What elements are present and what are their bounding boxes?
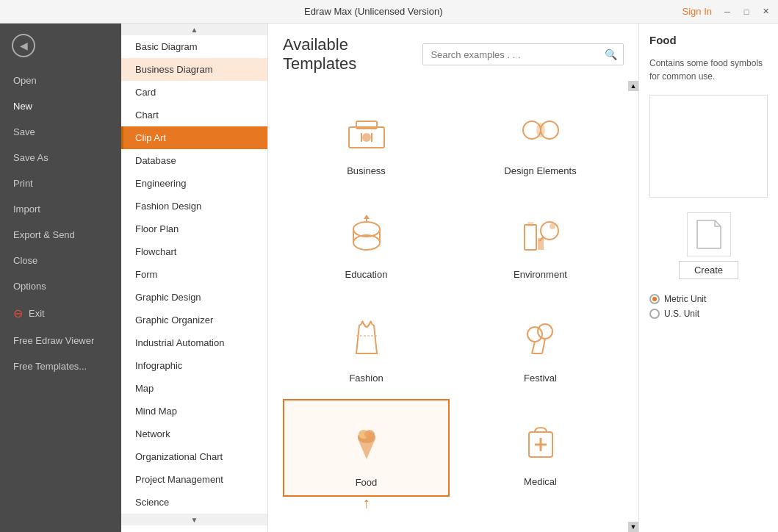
nav-item-fashion-design[interactable]: Fashion Design — [121, 195, 267, 218]
template-icon-food — [337, 412, 396, 471]
exit-label: Exit — [29, 308, 45, 319]
info-description: Contains some food symbols for common us… — [649, 57, 768, 83]
search-box: 🔍 — [422, 43, 624, 65]
nav-scroll-up[interactable]: ▲ — [121, 24, 267, 35]
sidebar: ◀ Open New Save Save As Print Import Exp… — [0, 24, 121, 532]
center-header: Available Templates 🔍 — [268, 24, 638, 81]
nav-item-floor-plan[interactable]: Floor Plan — [121, 218, 267, 240]
nav-item-network[interactable]: Network — [121, 423, 267, 445]
svg-point-22 — [538, 324, 552, 339]
template-icon-environment — [511, 204, 570, 263]
svg-rect-15 — [525, 225, 536, 250]
us-unit-label: U.S. Unit — [664, 309, 699, 319]
nav-item-engineering[interactable]: Engineering — [121, 172, 267, 195]
us-radio[interactable] — [649, 309, 660, 319]
scroll-down-arrow[interactable]: ▼ — [628, 522, 638, 532]
document-icon — [696, 219, 722, 250]
svg-rect-4 — [371, 133, 372, 142]
nav-item-flowchart[interactable]: Flowchart — [121, 240, 267, 263]
nav-item-card[interactable]: Card — [121, 81, 267, 104]
sidebar-item-export-send[interactable]: Export & Send — [0, 222, 121, 248]
metric-unit-option[interactable]: Metric Unit — [649, 294, 768, 304]
template-icon-festival — [511, 308, 570, 367]
nav-item-map[interactable]: Map — [121, 377, 267, 400]
sidebar-item-close[interactable]: Close — [0, 248, 121, 273]
back-button[interactable]: ◀ — [0, 24, 121, 68]
nav-item-mind-map[interactable]: Mind Map — [121, 400, 267, 423]
sidebar-item-free-viewer[interactable]: Free Edraw Viewer — [0, 328, 121, 353]
sign-in-link[interactable]: Sign In — [682, 6, 712, 17]
sidebar-nav: Open New Save Save As Print Import Expor… — [0, 68, 121, 532]
templates-grid: Business Design Elements — [283, 88, 624, 532]
food-arrow-indicator: ↑ — [363, 495, 370, 511]
nav-item-business-diagram[interactable]: Business Diagram — [121, 58, 267, 81]
template-icon-gear — [337, 517, 396, 532]
metric-radio[interactable] — [649, 294, 660, 304]
template-label-fashion: Fashion — [349, 373, 383, 384]
template-icon-sun — [511, 517, 570, 532]
template-sun[interactable] — [457, 504, 624, 532]
sidebar-item-save[interactable]: Save — [0, 119, 121, 145]
nav-item-basic-diagram[interactable]: Basic Diagram — [121, 35, 267, 58]
template-label-festival: Festival — [524, 373, 557, 384]
template-icon-design-elements — [511, 101, 570, 159]
nav-item-industrial-automation[interactable]: Industrial Automation — [121, 331, 267, 354]
template-education[interactable]: Education — [283, 192, 450, 288]
template-icon-fashion — [337, 308, 396, 367]
us-unit-option[interactable]: U.S. Unit — [649, 309, 768, 319]
title-bar-title: Edraw Max (Unlicensed Version) — [65, 6, 682, 17]
template-fashion[interactable]: Fashion — [283, 295, 450, 392]
maximize-button[interactable]: □ — [740, 5, 753, 18]
svg-point-19 — [550, 223, 555, 229]
nav-item-organizational-chart[interactable]: Organizational Chart — [121, 445, 267, 468]
template-icon-business — [337, 101, 396, 159]
minimize-button[interactable]: ─ — [721, 5, 734, 18]
template-festival[interactable]: Festival — [457, 295, 624, 392]
svg-line-23 — [532, 342, 535, 353]
nav-item-graphic-design[interactable]: Graphic Design — [121, 286, 267, 309]
nav-list: ▲ Basic Diagram Business Diagram Card Ch… — [121, 24, 268, 532]
exit-icon: ⊖ — [13, 306, 23, 320]
nav-item-database[interactable]: Database — [121, 149, 267, 172]
nav-item-clip-art[interactable]: Clip Art — [121, 126, 267, 149]
svg-point-21 — [527, 327, 542, 342]
nav-item-science[interactable]: Science — [121, 491, 267, 514]
sidebar-item-options[interactable]: Options — [0, 273, 121, 299]
center-panel: Available Templates 🔍 ▲ ▼ — [268, 24, 638, 532]
sidebar-item-new[interactable]: New — [0, 93, 121, 119]
nav-scroll-down[interactable]: ▼ — [121, 514, 267, 525]
template-environment[interactable]: Environment — [457, 192, 624, 288]
sidebar-item-exit[interactable]: ⊖ Exit — [0, 299, 121, 328]
title-bar-controls: Sign In ─ □ ✕ — [682, 5, 772, 18]
search-input[interactable] — [423, 45, 599, 65]
sidebar-item-print[interactable]: Print — [0, 170, 121, 196]
main-layout: ◀ Open New Save Save As Print Import Exp… — [0, 24, 778, 532]
scroll-up-arrow[interactable]: ▲ — [628, 81, 638, 91]
page-title: Available Templates — [283, 35, 422, 73]
info-title: Food — [649, 34, 768, 46]
template-design-elements[interactable]: Design Elements — [457, 88, 624, 184]
nav-item-project-management[interactable]: Project Management — [121, 468, 267, 491]
title-bar: Edraw Max (Unlicensed Version) Sign In ─… — [0, 0, 778, 24]
templates-area: ▲ ▼ — [268, 81, 638, 532]
nav-item-infographic[interactable]: Infographic — [121, 354, 267, 377]
svg-point-30 — [364, 430, 375, 439]
sidebar-item-open[interactable]: Open — [0, 68, 121, 93]
sidebar-item-import[interactable]: Import — [0, 196, 121, 222]
close-window-button[interactable]: ✕ — [759, 5, 772, 18]
sidebar-item-free-templates[interactable]: Free Templates... — [0, 353, 121, 379]
template-food[interactable]: Food ↑ — [283, 399, 450, 497]
template-business[interactable]: Business — [283, 88, 450, 184]
create-button[interactable]: Create — [679, 261, 738, 279]
unit-options: Metric Unit U.S. Unit — [649, 294, 768, 323]
nav-item-graphic-organizer[interactable]: Graphic Organizer — [121, 309, 267, 331]
template-label-business: Business — [347, 165, 386, 176]
template-medical[interactable]: Medical — [457, 399, 624, 497]
search-button[interactable]: 🔍 — [599, 44, 623, 65]
svg-line-24 — [542, 339, 545, 353]
back-icon: ◀ — [12, 34, 35, 57]
nav-item-form[interactable]: Form — [121, 263, 267, 286]
sidebar-item-save-as[interactable]: Save As — [0, 145, 121, 170]
nav-item-chart[interactable]: Chart — [121, 104, 267, 126]
template-label-food: Food — [356, 477, 378, 488]
